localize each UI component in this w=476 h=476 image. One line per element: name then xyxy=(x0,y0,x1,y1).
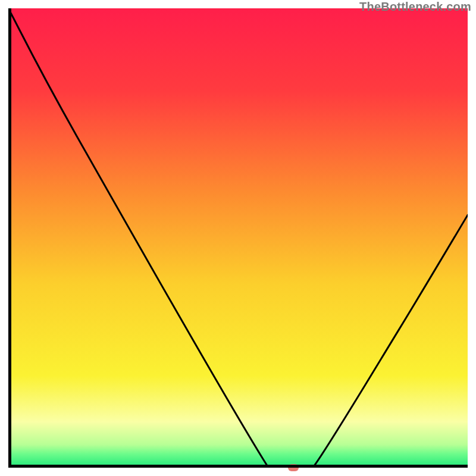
chart-stage: TheBottleneck.com xyxy=(0,0,476,476)
watermark-text: TheBottleneck.com xyxy=(359,0,471,14)
x-axis xyxy=(8,465,468,468)
plot-area xyxy=(8,8,468,468)
curve-layer xyxy=(8,8,468,468)
y-axis xyxy=(8,8,11,468)
bottleneck-curve xyxy=(8,8,468,468)
